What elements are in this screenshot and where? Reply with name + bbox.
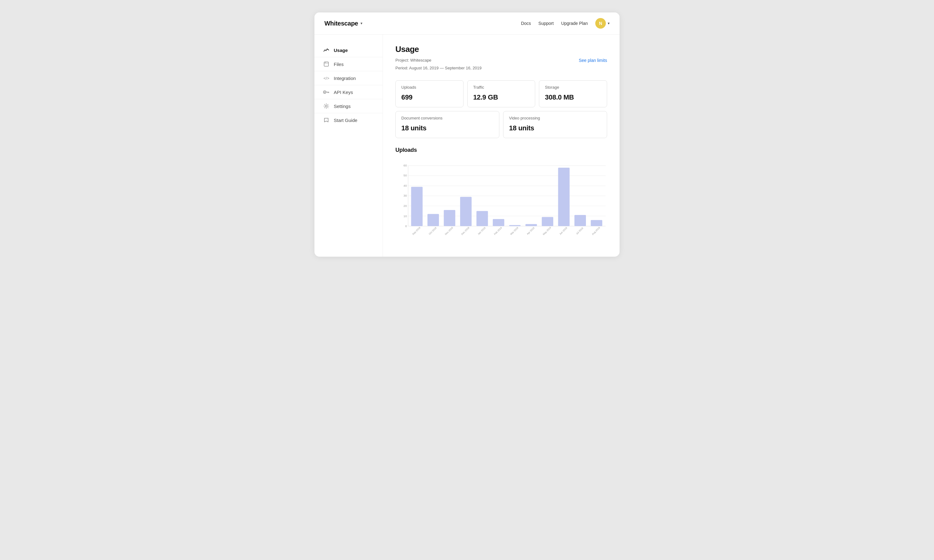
svg-text:30: 30 <box>404 194 407 197</box>
header-right: Docs Support Upgrade Plan N ▾ <box>521 18 610 29</box>
uploads-chart: 0 10 20 30 40 50 60 Sep 2018 Oct 2018 <box>395 158 607 245</box>
sidebar-label-settings: Settings <box>334 104 351 109</box>
chart-title: Uploads <box>395 147 607 153</box>
svg-text:Nov 2018: Nov 2018 <box>444 226 454 235</box>
support-link[interactable]: Support <box>538 21 553 26</box>
svg-text:Jan 2019: Jan 2019 <box>477 226 486 235</box>
app-container: Whitescape ▾ Docs Support Upgrade Plan N… <box>314 12 620 257</box>
svg-text:Sep 2018: Sep 2018 <box>412 226 421 235</box>
upgrade-plan-link[interactable]: Upgrade Plan <box>561 21 588 26</box>
header: Whitescape ▾ Docs Support Upgrade Plan N… <box>314 12 620 35</box>
sidebar-label-usage: Usage <box>334 48 348 53</box>
svg-text:20: 20 <box>404 204 407 207</box>
svg-rect-26 <box>427 214 439 226</box>
svg-text:Apr 2019: Apr 2019 <box>526 226 535 235</box>
svg-rect-24 <box>411 187 423 226</box>
stat-card-traffic: Traffic 12.9 GB <box>467 80 535 107</box>
project-info-block: Project: Whitescape Period: August 16, 2… <box>395 57 482 73</box>
svg-rect-46 <box>591 220 603 226</box>
video-processing-label: Video processing <box>509 116 601 120</box>
svg-text:Oct 2018: Oct 2018 <box>428 226 437 235</box>
svg-text:50: 50 <box>404 174 407 177</box>
svg-text:Jun 2019: Jun 2019 <box>559 226 568 235</box>
avatar-chevron-icon: ▾ <box>608 21 610 26</box>
doc-conversions-label: Document conversions <box>401 116 493 120</box>
traffic-value: 12.9 GB <box>473 93 530 102</box>
uploads-label: Uploads <box>401 85 458 89</box>
stats-grid-top: Uploads 699 Traffic 12.9 GB Storage 308.… <box>395 80 607 107</box>
svg-text:Aug 2019: Aug 2019 <box>591 226 601 235</box>
uploads-value: 699 <box>401 93 458 102</box>
svg-text:40: 40 <box>404 184 407 187</box>
user-avatar-wrap[interactable]: N ▾ <box>595 18 610 29</box>
sidebar-label-start-guide: Start Guide <box>334 118 358 123</box>
svg-rect-38 <box>526 224 537 226</box>
storage-label: Storage <box>545 85 601 89</box>
sidebar-label-integration: Integration <box>334 75 356 81</box>
sidebar-label-api-keys: API Keys <box>334 89 353 95</box>
api-keys-icon <box>323 89 329 95</box>
avatar-letter: N <box>599 21 602 26</box>
stats-grid-bottom: Document conversions 18 units Video proc… <box>395 111 607 138</box>
sidebar-item-usage[interactable]: Usage <box>314 43 383 57</box>
header-left: Whitescape ▾ <box>324 20 362 27</box>
stat-card-doc-conversions: Document conversions 18 units <box>395 111 499 138</box>
chart-container: Uploads 0 10 20 <box>395 147 607 247</box>
docs-link[interactable]: Docs <box>521 21 531 26</box>
svg-rect-42 <box>558 168 570 226</box>
start-guide-icon <box>323 117 329 123</box>
traffic-label: Traffic <box>473 85 530 89</box>
svg-text:Feb 2019: Feb 2019 <box>493 226 503 235</box>
stat-card-storage: Storage 308.0 MB <box>539 80 607 107</box>
body: Usage Files </> Integrati <box>314 35 620 257</box>
files-icon <box>323 61 329 67</box>
svg-rect-44 <box>575 215 586 226</box>
settings-icon <box>323 103 329 109</box>
see-plan-link[interactable]: See plan limits <box>579 58 607 63</box>
period-label: Period: August 16, 2019 — September 16, … <box>395 65 482 72</box>
stat-card-video-processing: Video processing 18 units <box>503 111 607 138</box>
page-title: Usage <box>395 45 607 54</box>
svg-rect-34 <box>493 219 504 226</box>
svg-text:0: 0 <box>405 224 407 228</box>
storage-value: 308.0 MB <box>545 93 601 102</box>
stat-card-uploads: Uploads 699 <box>395 80 464 107</box>
sidebar-item-start-guide[interactable]: Start Guide <box>314 113 383 127</box>
video-processing-value: 18 units <box>509 124 601 132</box>
sidebar-item-files[interactable]: Files <box>314 57 383 71</box>
meta-row: Project: Whitescape Period: August 16, 2… <box>395 57 607 73</box>
sidebar-label-files: Files <box>334 62 344 67</box>
svg-rect-0 <box>324 62 328 66</box>
sidebar-item-api-keys[interactable]: API Keys <box>314 85 383 99</box>
svg-rect-30 <box>460 197 472 226</box>
svg-text:60: 60 <box>404 164 407 167</box>
avatar: N <box>595 18 606 29</box>
svg-text:May 2019: May 2019 <box>543 226 552 235</box>
svg-rect-28 <box>444 210 455 226</box>
sidebar: Usage Files </> Integrati <box>314 35 383 257</box>
svg-rect-36 <box>509 225 521 226</box>
project-label: Project: Whitescape <box>395 57 482 64</box>
svg-rect-32 <box>476 211 488 226</box>
svg-point-3 <box>324 91 325 93</box>
usage-icon <box>323 47 329 53</box>
app-chevron-icon[interactable]: ▾ <box>361 21 362 26</box>
svg-point-2 <box>324 91 326 94</box>
svg-text:Mar 2019: Mar 2019 <box>510 226 519 235</box>
sidebar-item-integration[interactable]: </> Integration <box>314 71 383 85</box>
svg-text:Dec 2018: Dec 2018 <box>461 226 470 235</box>
integration-icon: </> <box>323 75 329 81</box>
main-content: Usage Project: Whitescape Period: August… <box>383 35 620 257</box>
app-name: Whitescape <box>324 20 358 27</box>
sidebar-item-settings[interactable]: Settings <box>314 99 383 113</box>
svg-rect-40 <box>542 217 553 226</box>
svg-text:</>: </> <box>324 76 329 81</box>
svg-text:Jul 2019: Jul 2019 <box>575 226 584 235</box>
svg-point-7 <box>325 105 327 107</box>
doc-conversions-value: 18 units <box>401 124 493 132</box>
svg-text:10: 10 <box>404 214 407 217</box>
